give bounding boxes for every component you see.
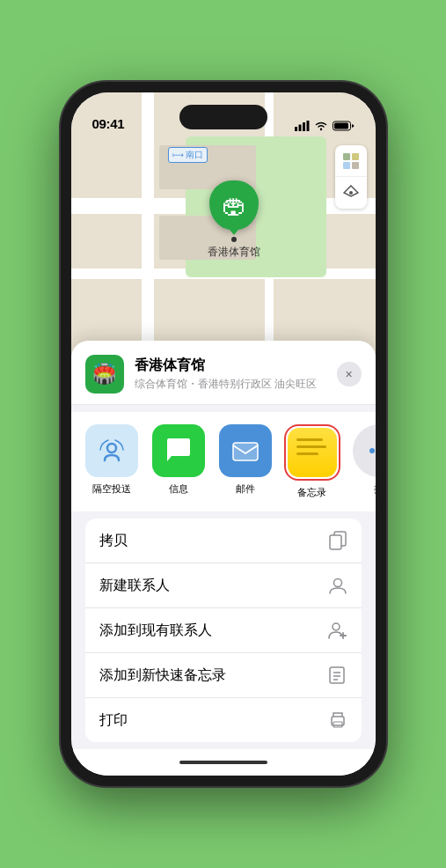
svg-point-20 — [333, 579, 341, 587]
svg-point-4 — [319, 129, 321, 130]
notes-label: 备忘录 — [297, 486, 326, 499]
notes-icon-wrap — [288, 428, 337, 477]
location-desc: 综合体育馆・香港特别行政区 油尖旺区 — [135, 377, 326, 392]
more-circles-icon — [367, 438, 376, 463]
svg-rect-1 — [298, 125, 301, 132]
stadium-pin[interactable]: 🏟 香港体育馆 — [208, 180, 260, 260]
status-icons — [295, 121, 355, 131]
action-add-note[interactable]: 添加到新快速备忘录 — [85, 653, 362, 698]
message-icon-wrap — [152, 424, 205, 477]
action-list: 拷贝 新建联系人 添加到现有联系人 — [85, 519, 362, 742]
print-icon — [328, 710, 347, 730]
message-icon — [163, 435, 194, 467]
svg-rect-29 — [333, 722, 342, 727]
svg-rect-0 — [295, 127, 297, 131]
location-arrow-icon — [343, 185, 359, 201]
action-copy[interactable]: 拷贝 — [85, 519, 362, 563]
share-airdrop[interactable]: 隔空投送 — [85, 424, 138, 499]
map-controls — [335, 145, 367, 209]
svg-rect-10 — [352, 162, 359, 169]
notes-highlight-border — [284, 424, 340, 481]
pin-circle: 🏟 — [209, 180, 259, 230]
wifi-icon — [314, 121, 328, 131]
location-info: 香港体育馆 综合体育馆・香港特别行政区 油尖旺区 — [135, 357, 326, 392]
add-existing-label: 添加到现有联系人 — [99, 622, 212, 640]
location-header: 🏟️ 香港体育馆 综合体育馆・香港特别行政区 油尖旺区 × — [71, 341, 376, 405]
mail-label: 邮件 — [236, 482, 255, 496]
notes-line-1 — [296, 438, 324, 441]
share-message[interactable]: 信息 — [152, 424, 205, 499]
signal-icon — [295, 121, 310, 131]
more-icon-wrap — [353, 424, 376, 477]
mail-icon-wrap — [219, 424, 272, 477]
battery-icon — [333, 121, 355, 131]
svg-rect-13 — [233, 443, 258, 460]
airdrop-icon — [97, 436, 127, 466]
svg-rect-2 — [303, 122, 305, 131]
person-icon — [328, 576, 347, 595]
message-label: 信息 — [169, 482, 188, 496]
close-button[interactable]: × — [337, 362, 362, 386]
svg-rect-7 — [343, 153, 350, 160]
location-name: 香港体育馆 — [135, 357, 326, 375]
copy-icon — [328, 531, 347, 550]
bottom-sheet: 🏟️ 香港体育馆 综合体育馆・香港特别行政区 油尖旺区 × — [71, 341, 376, 776]
notes-line-3 — [296, 452, 318, 455]
location-button[interactable] — [335, 177, 367, 209]
svg-rect-19 — [330, 535, 341, 549]
svg-rect-8 — [352, 153, 359, 160]
new-contact-label: 新建联系人 — [99, 577, 170, 595]
more-label: 提 — [374, 482, 376, 496]
svg-rect-6 — [334, 123, 348, 129]
svg-rect-3 — [306, 121, 309, 131]
share-mail[interactable]: 邮件 — [219, 424, 272, 499]
add-note-label: 添加到新快速备忘录 — [99, 666, 226, 685]
action-new-contact[interactable]: 新建联系人 — [85, 563, 362, 608]
share-more[interactable]: 提 — [353, 424, 376, 499]
home-indicator — [71, 749, 376, 776]
svg-point-11 — [349, 191, 353, 195]
mail-icon — [230, 435, 261, 467]
svg-point-15 — [369, 448, 375, 453]
location-icon: 🏟️ — [85, 355, 124, 394]
phone-screen: 09:41 — [71, 92, 376, 776]
svg-point-21 — [333, 623, 340, 630]
dynamic-island — [179, 105, 267, 129]
svg-point-12 — [107, 444, 116, 452]
action-add-existing[interactable]: 添加到现有联系人 — [85, 608, 362, 653]
pin-label: 香港体育馆 — [208, 245, 260, 260]
note-icon — [328, 666, 347, 685]
pin-dot — [231, 237, 237, 242]
pin-stadium-icon: 🏟 — [222, 191, 246, 220]
action-print[interactable]: 打印 — [85, 698, 362, 742]
map-type-icon — [342, 152, 360, 170]
share-notes[interactable]: 备忘录 — [286, 424, 339, 499]
copy-label: 拷贝 — [99, 532, 128, 550]
airdrop-icon-wrap — [85, 424, 138, 477]
home-bar — [179, 761, 267, 764]
map-type-button[interactable] — [335, 145, 367, 177]
person-add-icon — [328, 621, 347, 640]
airdrop-label: 隔空投送 — [92, 482, 131, 496]
svg-rect-9 — [343, 162, 350, 169]
map-nankou-label: ⟼ 南口 — [168, 147, 208, 163]
svg-rect-24 — [330, 667, 344, 683]
phone-frame: 09:41 — [61, 82, 386, 786]
share-row: 隔空投送 信息 — [71, 412, 376, 511]
notes-line-2 — [296, 445, 326, 448]
status-time: 09:41 — [92, 116, 125, 131]
print-label: 打印 — [99, 711, 128, 730]
